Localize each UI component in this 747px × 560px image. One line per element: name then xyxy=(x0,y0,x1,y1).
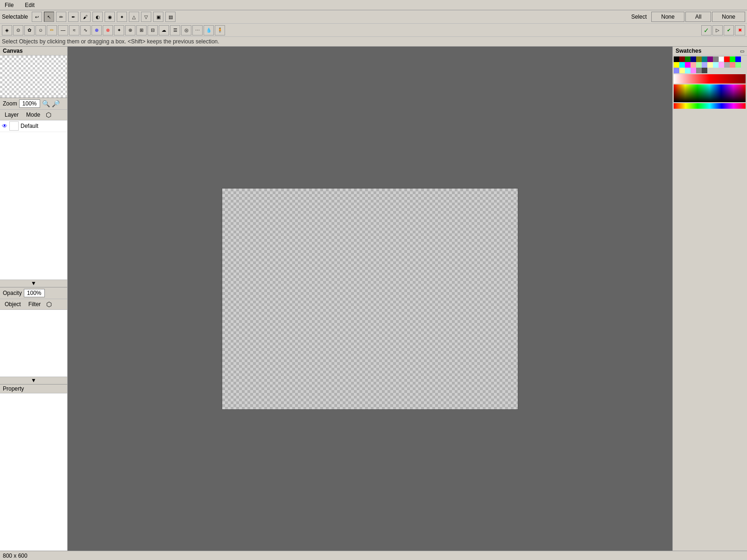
layers-section: 👁 Default ▼ xyxy=(0,120,67,287)
swatch-khaki[interactable] xyxy=(679,68,685,73)
swatch-darkgray[interactable] xyxy=(702,68,707,73)
box-minus-btn[interactable]: ⊟ xyxy=(148,25,158,35)
mode-btn[interactable]: Mode xyxy=(24,111,42,119)
swatch-lightcyan[interactable] xyxy=(713,62,719,68)
circle-cross-btn[interactable]: ⊛ xyxy=(125,25,135,35)
grid-tool-btn[interactable]: ▤ xyxy=(165,12,176,22)
shape-tool-btn[interactable]: ✦ xyxy=(117,12,127,22)
align-btn[interactable]: ☰ xyxy=(170,25,180,35)
sub-tool-btn[interactable]: ⊗ xyxy=(103,25,113,35)
swatch-blue[interactable] xyxy=(735,56,741,62)
property-label: Property xyxy=(0,385,67,393)
swatch-lime[interactable] xyxy=(730,56,735,62)
swatch-teal[interactable] xyxy=(702,56,707,62)
eyedrop-btn[interactable]: 💧 xyxy=(204,25,214,35)
right-panel: Swatches ▭ xyxy=(672,47,747,551)
brush-tool-btn[interactable]: 🖌 xyxy=(80,12,91,22)
swatch-red[interactable] xyxy=(724,56,730,62)
star-tool-btn[interactable]: ▽ xyxy=(141,12,151,22)
swatch-purple[interactable] xyxy=(707,56,713,62)
layers-scroll-down-btn[interactable]: ▼ xyxy=(0,280,67,287)
eraser-tool-btn[interactable]: ◐ xyxy=(92,12,103,22)
line-tool-btn[interactable]: — xyxy=(58,25,68,35)
swatch-white[interactable] xyxy=(719,56,724,62)
triangle-tool-btn[interactable]: △ xyxy=(129,12,139,22)
swatch-black[interactable] xyxy=(674,56,679,62)
undo-icon[interactable]: ↩ xyxy=(32,12,42,22)
text-tool-btn[interactable]: ✏ xyxy=(47,25,57,35)
canvas-section: Canvas xyxy=(0,47,67,98)
object-btn[interactable]: Object xyxy=(3,300,23,308)
swatch-pink[interactable] xyxy=(691,68,696,73)
swatch-lightblue[interactable] xyxy=(702,62,707,68)
swatch-olive[interactable] xyxy=(696,56,702,62)
arrow-right-btn[interactable]: ▷ xyxy=(712,25,723,35)
select-none-left-btn[interactable]: None xyxy=(651,12,684,22)
property-content[interactable] xyxy=(0,393,67,551)
select-all-btn[interactable]: All xyxy=(685,12,711,22)
swatch-lightyellow[interactable] xyxy=(707,62,713,68)
star2-tool-btn[interactable]: ✦ xyxy=(114,25,124,35)
swatch-lightred[interactable] xyxy=(691,62,696,68)
swatch-lightmagenta[interactable] xyxy=(719,62,724,68)
swatch-mint[interactable] xyxy=(735,62,741,68)
object-scroll-down-btn[interactable]: ▼ xyxy=(0,377,67,384)
node-tool-btn[interactable]: ◈ xyxy=(2,25,12,35)
add-tool-btn[interactable]: ⊕ xyxy=(92,25,102,35)
dropper-tool-btn[interactable]: ☺ xyxy=(35,25,46,35)
object-scroll[interactable] xyxy=(0,310,67,377)
layer-item-default[interactable]: 👁 Default xyxy=(0,120,67,132)
left-panel: Canvas Zoom 100% 🔍 🔎 Layer Mode ⬡ 👁 Defa… xyxy=(0,47,68,551)
ok-btn[interactable]: ✔ xyxy=(724,25,734,35)
person-btn[interactable]: 🧍 xyxy=(215,25,225,35)
swatch-lightgray[interactable] xyxy=(724,62,730,68)
menu-edit[interactable]: Edit xyxy=(22,1,37,9)
swatch-darkblue[interactable] xyxy=(691,56,696,62)
swatches-minimize-btn[interactable]: ▭ xyxy=(740,49,744,54)
box-plus-btn[interactable]: ⊞ xyxy=(136,25,147,35)
select-none-right-btn[interactable]: None xyxy=(712,12,745,22)
swatch-lightgreen[interactable] xyxy=(696,62,702,68)
pen-tool-btn[interactable]: ✒ xyxy=(68,12,78,22)
swatch-periwinkle[interactable] xyxy=(674,68,679,73)
layer-btn[interactable]: Layer xyxy=(3,111,21,119)
swatch-salmon[interactable] xyxy=(730,62,735,68)
object-options-icon[interactable]: ⬡ xyxy=(46,301,52,308)
swatch-magenta[interactable] xyxy=(685,62,691,68)
target-btn[interactable]: ◎ xyxy=(181,25,191,35)
cancel-red-btn[interactable]: ✖ xyxy=(735,25,745,35)
canvas-area[interactable] xyxy=(68,47,672,551)
pencil-tool-btn[interactable]: ✏ xyxy=(56,12,66,22)
selectable-label: Selectable xyxy=(2,14,28,20)
swatch-cyan[interactable] xyxy=(679,62,685,68)
check-green-btn[interactable]: ✓ xyxy=(701,25,712,35)
zoom-in-icon[interactable]: 🔍 xyxy=(42,100,50,107)
layers-scroll[interactable]: 👁 Default xyxy=(0,120,67,280)
zoom-out-icon[interactable]: 🔎 xyxy=(52,100,60,107)
gradient-area[interactable] xyxy=(674,74,746,102)
canvas-board xyxy=(222,188,518,410)
curve-tool-btn[interactable]: ≈ xyxy=(69,25,79,35)
menu-file[interactable]: File xyxy=(2,1,16,9)
swatch-darkgreen[interactable] xyxy=(685,56,691,62)
swatch-medgray[interactable] xyxy=(696,68,702,73)
wave-tool-btn[interactable]: ∿ xyxy=(80,25,91,35)
fill-tool-btn[interactable]: ◉ xyxy=(105,12,115,22)
filter-btn[interactable]: Filter xyxy=(27,300,43,308)
layer-options-icon[interactable]: ⬡ xyxy=(46,111,51,119)
cloud-btn[interactable]: ☁ xyxy=(159,25,169,35)
rect-tool-btn[interactable]: ▣ xyxy=(153,12,163,22)
top-toolbar-area: Selectable ↩ ↖ ✏ ✒ 🖌 ◐ ◉ ✦ △ ▽ ▣ ▤ Selec… xyxy=(0,10,747,47)
rainbow-bar[interactable] xyxy=(674,103,746,109)
swatch-darkred[interactable] xyxy=(679,56,685,62)
swatch-sky[interactable] xyxy=(685,68,691,73)
select-tool-btn[interactable]: ↖ xyxy=(44,12,54,22)
dots-btn[interactable]: ⋯ xyxy=(192,25,203,35)
layer-visibility-icon[interactable]: 👁 xyxy=(2,123,7,129)
gradient-redwhite[interactable] xyxy=(674,74,746,84)
swatch-gray[interactable] xyxy=(713,56,719,62)
color-picker-area[interactable] xyxy=(674,84,746,102)
gradient-tool-btn[interactable]: ✿ xyxy=(24,25,35,35)
transform-tool-btn[interactable]: ⊙ xyxy=(13,25,23,35)
swatch-yellow[interactable] xyxy=(674,62,679,68)
